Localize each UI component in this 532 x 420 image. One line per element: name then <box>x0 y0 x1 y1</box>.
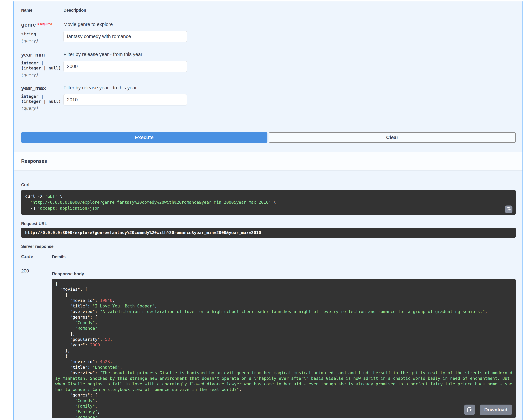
server-response-table-header: Code Details <box>21 254 516 262</box>
clipboard-icon <box>506 207 511 212</box>
parameters-name-header: Name <box>21 8 63 13</box>
clipboard-icon <box>467 406 473 413</box>
parameter-name: genre *required <box>21 22 63 29</box>
parameter-description: Filter by release year - to this year <box>63 85 516 91</box>
parameter-row-year-min: year_min integer | (integer | null) (que… <box>21 43 516 77</box>
parameter-row-year-max: year_max integer | (integer | null) (que… <box>21 77 516 111</box>
parameter-row-genre: genre *required string (query) Movie gen… <box>21 17 516 43</box>
copy-response-button[interactable] <box>464 405 475 415</box>
parameter-description: Filter by release year - from this year <box>63 51 516 57</box>
parameter-in: (query) <box>21 72 63 77</box>
year-max-input[interactable] <box>63 94 187 105</box>
curl-label: Curl <box>21 182 516 187</box>
responses-section-header: Responses <box>14 152 522 170</box>
parameters-table-header: Name Description <box>21 1 516 17</box>
clear-button[interactable]: Clear <box>269 132 516 143</box>
download-button[interactable]: Download <box>480 405 512 415</box>
execute-wrapper: Execute Clear <box>21 132 516 143</box>
response-actions: Download <box>464 405 512 415</box>
parameter-type: integer | <box>21 60 63 65</box>
parameter-type: string <box>21 31 63 36</box>
parameter-description: Movie genre to explore <box>63 22 516 27</box>
responses-title: Responses <box>21 159 516 164</box>
curl-command-text: curl -X 'GET' \ 'http://0.0.0.0:8000/exp… <box>25 194 512 211</box>
parameter-type-line2: (integer | null) <box>21 99 63 104</box>
genre-input[interactable] <box>63 31 187 42</box>
parameter-type: integer | <box>21 94 63 99</box>
parameters-description-header: Description <box>63 8 86 13</box>
parameter-in: (query) <box>21 38 63 43</box>
parameter-in: (query) <box>21 106 63 111</box>
details-header: Details <box>52 255 65 259</box>
curl-block: curl -X 'GET' \ 'http://0.0.0.0:8000/exp… <box>21 190 516 215</box>
response-body-json: { "movies": [ { "movie_id": 19840, "titl… <box>55 281 512 418</box>
parameter-name: year_min <box>21 51 63 58</box>
server-response-label: Server response <box>21 244 516 249</box>
response-body-label: Response body <box>52 268 516 276</box>
execute-button[interactable]: Execute <box>21 132 267 143</box>
required-star: * <box>37 22 39 28</box>
year-min-input[interactable] <box>63 61 187 72</box>
server-response-row: 200 Response body { "movies": [ { "movie… <box>21 262 516 418</box>
parameter-type-line2: (integer | null) <box>21 65 63 71</box>
request-url-value: http://0.0.0.0:8000/explore?genre=fantas… <box>21 228 516 238</box>
code-header: Code <box>21 254 52 259</box>
request-url-label: Request URL <box>21 221 516 226</box>
copy-curl-button[interactable] <box>505 206 512 213</box>
required-badge: required <box>40 22 52 26</box>
response-body-block: { "movies": [ { "movie_id": 19840, "titl… <box>52 279 516 418</box>
response-status-code: 200 <box>21 268 52 418</box>
parameter-name: year_max <box>21 85 63 91</box>
parameter-name-text: genre <box>21 22 36 28</box>
opblock-get-explore: Name Description genre *required string … <box>14 1 523 420</box>
